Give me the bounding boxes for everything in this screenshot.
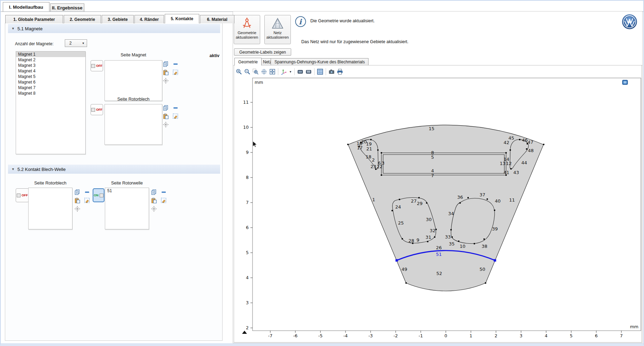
svg-text:-2: -2 [394, 333, 398, 338]
tab-modellaufbau[interactable]: I. Modellaufbau [3, 2, 49, 11]
gtab-geometrie[interactable]: Geometrie [234, 58, 262, 65]
x-axis: -7-6-5-4-3-2-101234567 [268, 331, 623, 338]
svg-text:6: 6 [246, 225, 249, 230]
svg-text:1: 1 [470, 333, 472, 338]
svg-text:6: 6 [595, 333, 598, 338]
svg-text:29: 29 [417, 201, 423, 206]
app-window: I. Modellaufbau II. Ergebnisse ▼ 5.1 Mag… [0, 0, 644, 346]
svg-text:7: 7 [431, 173, 434, 178]
svg-text:15: 15 [429, 126, 435, 131]
svg-text:-5: -5 [318, 333, 323, 338]
svg-text:5: 5 [246, 250, 249, 255]
svg-text:51: 51 [436, 252, 442, 257]
model-tab-4[interactable]: 4. Ränder [134, 15, 164, 23]
svg-text:4: 4 [431, 168, 434, 173]
svg-text:4: 4 [246, 275, 249, 280]
svg-text:50: 50 [480, 267, 486, 272]
svg-text:26: 26 [436, 245, 442, 250]
y-axis: 234567891011 [243, 100, 253, 330]
svg-text:33: 33 [445, 234, 451, 239]
svg-text:0: 0 [444, 333, 447, 338]
svg-text:3: 3 [246, 300, 249, 305]
svg-text:9: 9 [246, 150, 249, 155]
svg-text:27: 27 [411, 198, 417, 204]
svg-text:43: 43 [513, 170, 519, 175]
plot-settings-icon[interactable] [622, 80, 628, 85]
vw-logo [622, 14, 637, 30]
svg-text:23: 23 [371, 164, 377, 169]
svg-text:12: 12 [506, 161, 512, 166]
svg-text:37: 37 [480, 192, 486, 197]
svg-text:2: 2 [495, 333, 497, 338]
svg-text:21: 21 [366, 146, 372, 151]
model-tab-6[interactable]: 6. Material [200, 15, 234, 23]
svg-text:-7: -7 [268, 333, 272, 338]
svg-text:44: 44 [521, 160, 527, 165]
svg-text:10: 10 [460, 244, 466, 249]
model-tab-2[interactable]: 2. Geometrie [64, 15, 101, 23]
model-tab-3[interactable]: 3. Gebiete [102, 15, 134, 23]
svg-text:42: 42 [504, 140, 510, 145]
svg-text:28: 28 [409, 238, 414, 243]
svg-text:48: 48 [528, 148, 534, 153]
svg-text:46: 46 [522, 137, 528, 143]
svg-text:13: 13 [500, 161, 506, 166]
svg-text:19: 19 [366, 141, 372, 147]
svg-text:8: 8 [246, 175, 249, 180]
svg-text:52: 52 [436, 271, 442, 276]
svg-text:11: 11 [243, 100, 249, 105]
svg-text:1: 1 [372, 197, 375, 202]
svg-text:-4: -4 [343, 333, 348, 338]
svg-text:18: 18 [366, 154, 372, 159]
svg-text:9: 9 [417, 237, 419, 243]
svg-text:36: 36 [457, 195, 463, 200]
svg-text:-1: -1 [419, 333, 423, 338]
svg-text:40: 40 [495, 198, 501, 204]
svg-text:30: 30 [426, 217, 432, 222]
svg-text:5: 5 [570, 333, 573, 338]
svg-text:22: 22 [377, 164, 383, 169]
svg-text:2: 2 [372, 157, 375, 163]
model-tab-5[interactable]: 5. Kontakte [165, 14, 199, 23]
model-tab-1[interactable]: 1. Globale Parameter [5, 15, 63, 23]
svg-text:32: 32 [430, 228, 436, 233]
svg-text:7: 7 [620, 333, 623, 338]
svg-text:34: 34 [448, 211, 454, 216]
svg-text:49: 49 [402, 267, 408, 272]
svg-text:39: 39 [492, 226, 498, 231]
svg-text:7: 7 [246, 200, 249, 205]
svg-text:17: 17 [357, 145, 363, 150]
svg-text:-6: -6 [293, 333, 298, 338]
svg-text:24: 24 [395, 204, 401, 210]
svg-text:11: 11 [509, 197, 515, 203]
svg-text:41: 41 [504, 170, 510, 175]
svg-text:31: 31 [426, 235, 432, 240]
svg-text:35: 35 [449, 241, 455, 246]
svg-text:38: 38 [482, 244, 488, 249]
svg-text:47: 47 [528, 140, 534, 145]
geometry-plot[interactable]: -7-6-5-4-3-2-101234567 234567891011 1516… [1, 1, 644, 346]
svg-text:4: 4 [545, 333, 548, 338]
svg-text:25: 25 [398, 220, 404, 226]
svg-text:-3: -3 [368, 333, 373, 338]
svg-text:5: 5 [431, 155, 434, 160]
axis-unit-right: mm [630, 324, 638, 329]
axis-unit-top: mm [255, 80, 263, 85]
svg-text:3: 3 [520, 333, 522, 338]
svg-text:10: 10 [243, 125, 249, 130]
axis-corner-marker [242, 331, 247, 334]
svg-text:2: 2 [246, 325, 249, 330]
